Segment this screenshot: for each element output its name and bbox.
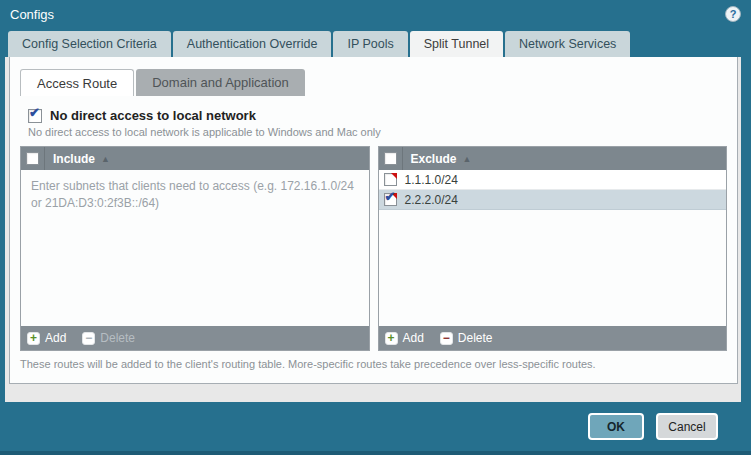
main-tab-bar: Config Selection Criteria Authentication… — [0, 28, 751, 57]
help-icon[interactable]: ? — [725, 6, 741, 22]
split-tunnel-content: Access Route Domain and Application ✔ No… — [9, 57, 738, 384]
exclude-delete-label: Delete — [458, 331, 493, 345]
sub-tab-bar: Access Route Domain and Application — [20, 69, 737, 96]
include-column-label[interactable]: Include — [53, 152, 95, 166]
include-select-all-wrap — [21, 147, 45, 170]
exclude-delete-button[interactable]: − Delete — [440, 331, 493, 345]
title-bar: Configs ? — [0, 0, 751, 28]
dialog-body: Access Route Domain and Application ✔ No… — [0, 57, 751, 402]
bottom-bar: OK Cancel — [0, 402, 751, 455]
exclude-select-all-wrap — [379, 147, 403, 170]
add-icon: + — [385, 332, 398, 345]
delete-icon: − — [440, 332, 453, 345]
include-delete-button[interactable]: − Delete — [82, 331, 135, 345]
exclude-row-1[interactable]: 1.1.1.0/24 — [379, 170, 727, 190]
exclude-row-1-value[interactable]: 1.1.1.0/24 — [405, 173, 458, 187]
exclude-row-1-checkbox[interactable] — [384, 173, 397, 186]
configs-dialog: Configs ? Config Selection Criteria Auth… — [0, 0, 751, 455]
exclude-select-all-checkbox[interactable] — [384, 152, 397, 165]
exclude-add-button[interactable]: + Add — [385, 331, 424, 345]
exclude-toolbar: + Add − Delete — [379, 326, 727, 350]
include-add-button[interactable]: + Add — [27, 331, 66, 345]
no-direct-access-row: ✔ No direct access to local network — [28, 108, 737, 123]
cancel-button[interactable]: Cancel — [656, 413, 718, 440]
include-select-all-checkbox[interactable] — [26, 152, 39, 165]
subtab-domain-and-application[interactable]: Domain and Application — [136, 69, 305, 96]
dialog-title: Configs — [10, 7, 54, 22]
exclude-row-2[interactable]: ✔ 2.2.2.0/24 — [379, 190, 727, 210]
routing-note: These routes will be added to the client… — [20, 358, 727, 370]
tab-ip-pools[interactable]: IP Pools — [333, 31, 407, 57]
no-direct-access-checkbox[interactable]: ✔ — [28, 109, 42, 123]
exclude-list[interactable]: 1.1.1.0/24 ✔ 2.2.2.0/24 — [379, 170, 727, 326]
exclude-header: Exclude ▲ — [379, 147, 727, 170]
sort-asc-icon[interactable]: ▲ — [463, 154, 472, 164]
include-list[interactable]: Enter subnets that clients need to acces… — [21, 170, 369, 326]
exclude-panel: Exclude ▲ 1.1.1.0/24 ✔ — [378, 146, 728, 351]
route-panels: Include ▲ Enter subnets that clients nee… — [20, 146, 727, 351]
exclude-row-2-value[interactable]: 2.2.2.0/24 — [405, 193, 458, 207]
tab-network-services[interactable]: Network Services — [505, 31, 630, 57]
tab-config-selection-criteria[interactable]: Config Selection Criteria — [8, 31, 171, 57]
include-delete-label: Delete — [100, 331, 135, 345]
include-header: Include ▲ — [21, 147, 369, 170]
checkmark-icon: ✔ — [29, 106, 40, 120]
include-add-label: Add — [45, 331, 66, 345]
include-placeholder: Enter subnets that clients need to acces… — [21, 170, 369, 221]
exclude-column-label[interactable]: Exclude — [411, 152, 457, 166]
no-direct-access-label[interactable]: No direct access to local network — [50, 108, 256, 123]
checkmark-icon: ✔ — [385, 190, 396, 204]
delete-icon: − — [82, 332, 95, 345]
no-direct-access-hint: No direct access to local network is app… — [28, 126, 737, 138]
subtab-access-route[interactable]: Access Route — [20, 69, 134, 96]
include-toolbar: + Add − Delete — [21, 326, 369, 350]
ok-button[interactable]: OK — [588, 413, 644, 440]
add-icon: + — [27, 332, 40, 345]
sort-asc-icon[interactable]: ▲ — [101, 154, 110, 164]
tab-split-tunnel[interactable]: Split Tunnel — [410, 31, 503, 57]
content-margin: Access Route Domain and Application ✔ No… — [5, 57, 741, 402]
exclude-add-label: Add — [403, 331, 424, 345]
tab-authentication-override[interactable]: Authentication Override — [173, 31, 332, 57]
include-panel: Include ▲ Enter subnets that clients nee… — [20, 146, 370, 351]
exclude-row-2-checkbox[interactable]: ✔ — [384, 193, 397, 206]
